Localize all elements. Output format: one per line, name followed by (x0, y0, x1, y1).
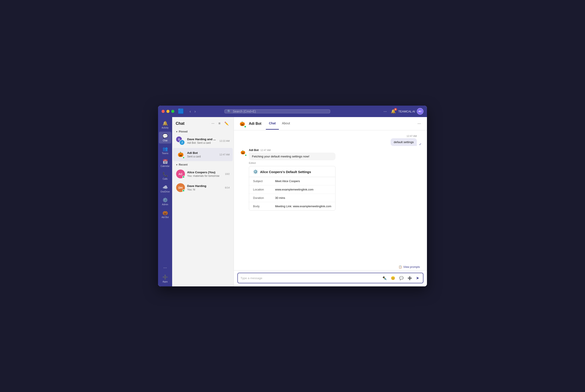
card-value: Meet Alice Coopers (271, 177, 335, 186)
sidebar-item-admin[interactable]: ⚙️ Admin (159, 196, 171, 208)
new-chat-button[interactable]: ✏️ (223, 120, 230, 126)
view-prompts-label: View prompts (403, 266, 420, 268)
pinned-arrow-icon: ▼ (176, 130, 178, 133)
edited-label: Edited (249, 162, 336, 164)
format-text-button[interactable]: ✒️ (381, 275, 388, 281)
chat-header-name: Adi Bot (249, 122, 261, 126)
sidebar-item-label: Chat (163, 139, 167, 142)
teams-icon: 👥 (162, 146, 168, 152)
card-label: Duration (249, 194, 271, 202)
activity-icon: 🔔 (162, 120, 168, 126)
chat-time: 12:47 AM (220, 153, 230, 156)
notification-button[interactable]: 🔔 6 (391, 109, 396, 114)
search-bar[interactable]: 🔍 (224, 109, 330, 113)
chat-list-title: Chat (176, 121, 184, 126)
online-status-dot (182, 190, 185, 192)
close-button[interactable] (162, 110, 165, 113)
sidebar-item-activity[interactable]: 🔔 Activity (159, 119, 171, 131)
message-input-box[interactable]: ✒️ 😊 💬 ➕ ➤ (237, 273, 423, 283)
sidebar-item-label: Adi Bot (162, 216, 169, 218)
chat-item-dave[interactable]: DH Dave Harding You: hi 6/14 (173, 181, 233, 194)
message-input[interactable] (240, 276, 380, 280)
table-row: Duration 30 mins (249, 194, 335, 202)
chat-info: Dave Harding and ... Adi Bot: Sent a car… (187, 138, 217, 144)
chat-name: Dave Harding and ... (187, 138, 217, 141)
chat-area: 🎃 Adi Bot Chat About ··· 12:47 AM defaul… (234, 117, 427, 286)
emoji-button[interactable]: 😊 (390, 275, 396, 281)
card-value: Meeting Link: www.examplemeetinglink.com (271, 202, 335, 210)
gear-icon: ⚙️ (253, 169, 258, 174)
table-row: Location www.examplemeetinglink.com (249, 186, 335, 194)
sidebar-item-onedrive[interactable]: ☁️ OneDrive (159, 183, 171, 195)
chat-item-alice[interactable]: AC Alice Coopers (You) You: materials fo… (173, 167, 233, 180)
more-chats-button[interactable]: ··· (210, 120, 216, 126)
alice-avatar: AC (176, 170, 185, 178)
prompts-icon: 📋 (399, 265, 402, 268)
bot-avatar-header: 🎃 (238, 120, 246, 128)
sidebar-item-apps[interactable]: ➕ Apps (159, 273, 171, 285)
view-prompts-button[interactable]: 📋 View prompts (397, 264, 422, 270)
chat-item-dave-group[interactable]: D J Dave Harding and ... Adi Bot: Sent a… (173, 134, 233, 148)
card-value: 30 mins (271, 194, 335, 202)
user-name-label: TEAMCAL AI (398, 110, 415, 113)
sidebar-item-teams[interactable]: 👥 Teams (159, 144, 171, 156)
maximize-button[interactable] (171, 110, 174, 113)
sidebar-item-label: Apps (163, 280, 168, 283)
msg-sender-line: Adi Bot 12:47 AM (249, 148, 336, 152)
nav-arrows: ‹ › (188, 108, 197, 115)
message-left-body: Adi Bot 12:47 AM Fetching your default m… (249, 148, 336, 210)
chat-item-adibot[interactable]: 🎃 Adi Bot Sent a card 12:47 AM (173, 148, 233, 161)
sidebar-item-chat[interactable]: 💬 Chat (159, 132, 171, 144)
user-info[interactable]: TEAMCAL AI AC (398, 108, 423, 115)
pinned-section-label: ▼ Pinned (172, 128, 234, 134)
titlebar-right: ··· 🔔 6 TEAMCAL AI AC (382, 108, 423, 115)
card-value: www.examplemeetinglink.com (271, 186, 335, 194)
minimize-button[interactable] (166, 110, 169, 113)
more-options-button[interactable]: ··· (382, 108, 388, 115)
tab-about[interactable]: About (279, 118, 293, 130)
search-input[interactable] (233, 110, 327, 113)
chat-info: Alice Coopers (You) You: materials for t… (187, 171, 223, 178)
msg-time: 12:47 AM (260, 149, 270, 152)
table-row: Subject Meet Alice Coopers (249, 177, 335, 186)
forward-button[interactable]: › (193, 108, 197, 115)
chat-list-panel: Chat ··· ≡ ✏️ ▼ Pinned D J Dave Har (172, 117, 234, 286)
sticker-button[interactable]: 💬 (398, 275, 405, 281)
back-button[interactable]: ‹ (188, 108, 192, 115)
sidebar-item-adibot[interactable]: 🎃 Adi Bot (159, 208, 171, 220)
message-timestamp: 12:47 AM (407, 135, 417, 137)
chat-name: Dave Harding (187, 184, 223, 188)
default-settings-card: ⚙️ Alice Coopers's Default Settings Subj… (249, 166, 336, 210)
attach-button[interactable]: ➕ (407, 275, 413, 281)
card-label: Location (249, 186, 271, 194)
adi-bot-avatar: 🎃 (176, 150, 185, 159)
chat-preview: You: materials for tomorrow (187, 174, 223, 178)
sidebar: 🔔 Activity 💬 Chat 👥 Teams 📅 Calendar 📞 C… (158, 117, 172, 286)
chat-name: Adi Bot (187, 151, 217, 154)
chat-info: Adi Bot Sent a card (187, 151, 217, 158)
card-header: ⚙️ Alice Coopers's Default Settings (249, 166, 335, 177)
chat-more-options-button[interactable]: ··· (416, 120, 423, 127)
chat-preview: Adi Bot: Sent a card (187, 141, 217, 144)
teams-logo-icon: 🟦 (178, 108, 184, 114)
recent-section-label: ▼ Recent (172, 162, 234, 167)
chat-name: Alice Coopers (You) (187, 171, 223, 174)
more-apps-dots[interactable]: ··· (162, 263, 169, 272)
sidebar-item-calls[interactable]: 📞 Calls (159, 170, 171, 182)
message-bubble: Fetching your default meeting settings n… (249, 152, 336, 160)
tab-chat[interactable]: Chat (266, 118, 279, 130)
bot-msg-online-dot (245, 154, 247, 156)
recent-arrow-icon: ▼ (176, 164, 178, 166)
traffic-lights (162, 110, 174, 113)
bot-msg-emoji-icon: 🎃 (240, 150, 245, 155)
read-receipt-icon: ✓ (419, 142, 422, 146)
chat-header-tabs: Chat About (266, 118, 293, 130)
apps-icon: ➕ (162, 274, 168, 280)
adibot-icon: 🎃 (162, 210, 168, 216)
send-button[interactable]: ➤ (415, 275, 420, 281)
avatar-group: D J (176, 136, 185, 145)
outgoing-message-content: 12:47 AM default settings (391, 135, 417, 146)
sidebar-item-calendar[interactable]: 📅 Calendar (159, 157, 171, 169)
sidebar-item-label: Teams (162, 152, 168, 154)
filter-chats-button[interactable]: ≡ (217, 120, 222, 126)
